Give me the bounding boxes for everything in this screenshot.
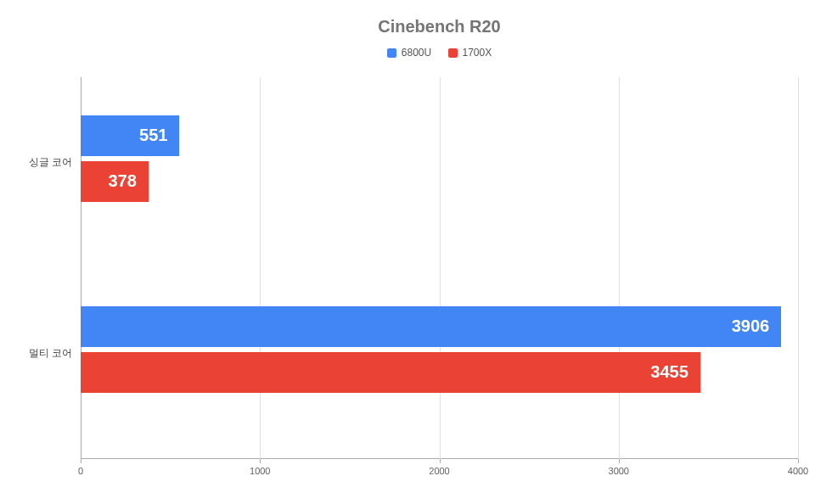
x-tick-mark — [81, 459, 82, 463]
category-label: 싱글 코어 — [21, 154, 72, 169]
x-tick-mark — [260, 459, 261, 463]
legend-swatch-0 — [387, 48, 396, 58]
gridline — [798, 77, 799, 459]
legend-label-1: 1700X — [463, 47, 492, 59]
bar: 3906 — [81, 306, 781, 347]
category-group: 멀티 코어39063455 — [81, 306, 798, 400]
legend-swatch-1 — [448, 48, 458, 58]
chart-title: Cinebench R20 — [81, 17, 798, 36]
category-group: 싱글 코어551378 — [81, 115, 798, 209]
legend-label-0: 6800U — [402, 47, 431, 59]
x-tick-mark — [619, 459, 620, 463]
x-tick-label: 2000 — [429, 466, 449, 476]
x-tick-mark — [440, 459, 441, 463]
category-label: 멀티 코어 — [21, 345, 72, 360]
x-tick-mark — [798, 459, 799, 463]
legend: 6800U 1700X — [81, 47, 798, 60]
legend-item-1: 1700X — [448, 47, 492, 59]
x-tick-label: 3000 — [609, 466, 629, 476]
bar-value-label: 3455 — [650, 362, 689, 382]
plot-area: 01000200030004000싱글 코어551378멀티 코어3906345… — [81, 77, 798, 459]
x-tick-label: 1000 — [250, 466, 270, 476]
legend-item-0: 6800U — [387, 47, 431, 59]
bar: 378 — [81, 161, 149, 202]
bar: 551 — [81, 115, 179, 156]
x-tick-label: 4000 — [788, 466, 808, 476]
bar-value-label: 378 — [108, 171, 136, 191]
bar: 3455 — [81, 352, 700, 393]
chart-container: Cinebench R20 6800U 1700X 01000200030004… — [0, 0, 815, 504]
bar-value-label: 3906 — [732, 316, 770, 336]
x-tick-label: 0 — [78, 466, 83, 476]
bar-value-label: 551 — [139, 126, 167, 145]
